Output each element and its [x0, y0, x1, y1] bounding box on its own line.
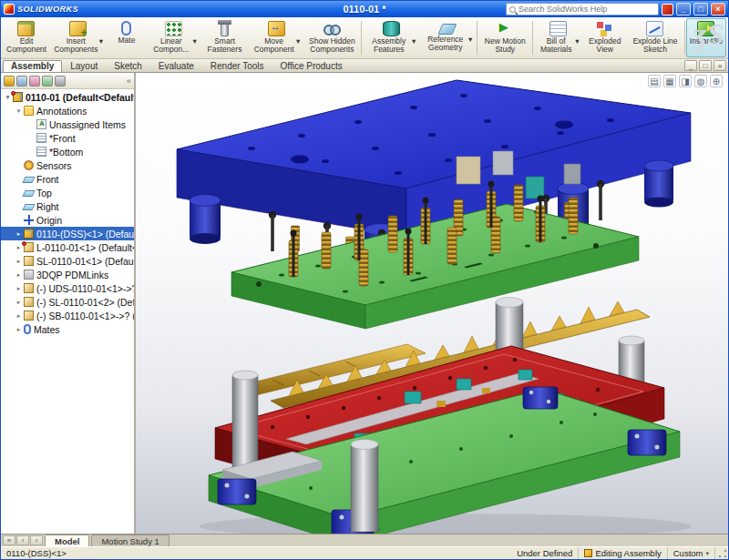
tab-assembly[interactable]: Assembly: [3, 60, 62, 72]
feature-tree: ▾ 0110-01 (Default<Default_Di ▾ Annotati…: [1, 89, 134, 534]
annotations-folder-icon: [24, 106, 34, 116]
part-icon: [24, 297, 34, 307]
part-icon: [24, 311, 34, 321]
bill-of-materials-button[interactable]: Bill of Materials▾: [534, 18, 582, 57]
document-restore-button[interactable]: □: [699, 60, 712, 71]
document-close-button[interactable]: ×: [714, 60, 726, 71]
feature-manager-panel: « ▾ 0110-01 (Default<Default_Di ▾ Annota…: [1, 73, 136, 534]
tab-scroll-left-button[interactable]: ‹: [16, 535, 29, 545]
edit-component-button[interactable]: Edit Component: [3, 18, 50, 57]
tree-item-front-plane[interactable]: Front: [1, 172, 134, 186]
tab-scroll-first-button[interactable]: «: [3, 535, 15, 545]
explode-line-sketch-icon: [646, 21, 663, 36]
exploded-view-button[interactable]: Exploded View: [583, 18, 627, 57]
view-settings-icon[interactable]: ▦: [663, 75, 676, 87]
solidworks-logo-icon: [4, 4, 15, 15]
insert-components-button[interactable]: Insert Components▾: [50, 18, 107, 57]
tree-item-bottom-annotation[interactable]: *Bottom: [1, 145, 134, 158]
tree-item-mates[interactable]: ▸ Mates: [1, 322, 134, 336]
minimize-button[interactable]: _: [676, 3, 691, 15]
smart-fasteners-icon: [221, 21, 229, 36]
new-motion-study-button[interactable]: New Motion Study: [478, 18, 531, 57]
property-manager-tab-icon[interactable]: [16, 76, 27, 87]
tab-layout[interactable]: Layout: [62, 60, 106, 72]
show-hidden-components-button[interactable]: Show Hidden Components: [303, 18, 360, 57]
search-input[interactable]: [519, 5, 655, 14]
tab-motion-study-1[interactable]: Motion Study 1: [91, 535, 169, 546]
status-config-dropdown[interactable]: Custom ▾: [668, 547, 715, 559]
rebuild-mark-icon: [22, 241, 26, 246]
toolbar-separator: [477, 21, 477, 55]
explode-line-sketch-button[interactable]: Explode Line Sketch: [627, 18, 683, 57]
tree-item-0110-dss[interactable]: ▸ 0110-(DSS)<1> (Default<<De: [1, 227, 134, 240]
guide-post-left: [232, 371, 258, 475]
assembly-features-button[interactable]: Assembly Features▾: [363, 18, 419, 57]
linear-component-pattern-button[interactable]: Linear Compon...▾: [147, 18, 200, 57]
tree-item-sl-0110-01-1[interactable]: ▸ SL-0110-01<1> (Default<: [1, 254, 134, 268]
document-minimize-button[interactable]: _: [684, 60, 697, 71]
tree-item-unassigned-items[interactable]: Unassigned Items: [1, 117, 134, 131]
display-manager-tab-icon[interactable]: [55, 76, 66, 87]
tree-item-3dqp-pdmlinks[interactable]: ▸ 3DQP PDMLinks: [1, 268, 134, 281]
instant3d-button[interactable]: Instant3D: [686, 18, 726, 57]
annotation-note-icon: [36, 147, 46, 157]
tree-item-sb-0110-01[interactable]: ▸ (-) SB-0110-01<1>->? (Def: [1, 309, 134, 322]
view-orientation-icon[interactable]: ◍: [694, 75, 707, 87]
help-search-box[interactable]: [506, 3, 659, 15]
part-icon: [24, 283, 34, 293]
reference-geometry-icon: [438, 24, 457, 35]
feature-manager-tab-icon[interactable]: [4, 76, 15, 87]
graphics-viewport[interactable]: ▤ ▦ ◨ ◍ ⊕: [136, 73, 728, 534]
tree-item-origin[interactable]: Origin: [1, 213, 134, 227]
chevron-down-icon: ▾: [705, 550, 709, 557]
tree-item-uds-0110-01[interactable]: ▸ (-) UDS-0110-01<1>->? (Defa: [1, 281, 134, 295]
new-motion-study-icon: [497, 21, 514, 36]
plane-icon: [22, 204, 35, 210]
panel-collapse-icon[interactable]: «: [127, 76, 131, 86]
status-editing-mode: Editing Assembly: [579, 547, 667, 559]
model-tab-strip: « ‹ › Model Motion Study 1: [1, 534, 728, 546]
tab-sketch[interactable]: Sketch: [106, 60, 150, 72]
tree-item-sl-0110-01-2[interactable]: ▸ (-) SL-0110-01<2> (Default<: [1, 295, 134, 309]
tree-item-root[interactable]: ▾ 0110-01 (Default<Default_Di: [1, 90, 134, 104]
tree-item-top-plane[interactable]: Top: [1, 186, 134, 199]
status-definition: Under Defined: [511, 547, 579, 559]
tab-render-tools[interactable]: Render Tools: [202, 60, 272, 72]
solidworks-mini-logo-icon: [662, 4, 673, 15]
tab-model[interactable]: Model: [45, 535, 89, 546]
move-component-button[interactable]: Move Component▾: [249, 18, 303, 57]
tree-item-sensors[interactable]: Sensors: [1, 158, 134, 172]
maximize-button[interactable]: □: [693, 3, 708, 15]
dropdown-arrow-icon: ▾: [468, 36, 472, 44]
display-style-icon[interactable]: ▤: [648, 75, 661, 87]
tree-item-annotations[interactable]: ▾ Annotations: [1, 104, 134, 117]
toolbar-separator: [532, 21, 533, 55]
search-icon: [509, 6, 516, 13]
tree-item-right-plane[interactable]: Right: [1, 199, 134, 213]
configuration-manager-tab-icon[interactable]: [29, 76, 40, 87]
dropdown-arrow-icon: ▾: [99, 37, 103, 46]
command-manager-tabs: Assembly Layout Sketch Evaluate Render T…: [1, 59, 728, 73]
plane-icon: [22, 190, 35, 197]
title-bar: SOLIDWORKS 0110-01 * _ □ ×: [1, 1, 728, 17]
zoom-fit-icon[interactable]: ⊕: [710, 75, 723, 87]
linear-pattern-icon: [165, 21, 182, 36]
resize-grip[interactable]: [717, 548, 728, 559]
tab-scroll-right-button[interactable]: ›: [30, 535, 43, 545]
dimxpert-manager-tab-icon[interactable]: [42, 76, 53, 87]
smart-fasteners-button[interactable]: Smart Fasteners: [200, 18, 249, 57]
section-view-icon[interactable]: ◨: [679, 75, 692, 87]
solidworks-window: SOLIDWORKS 0110-01 * _ □ × Edit Componen…: [0, 0, 729, 560]
dropdown-arrow-icon: ▾: [193, 37, 197, 46]
part-icon: [24, 242, 34, 252]
tree-item-front-annotation[interactable]: *Front: [1, 131, 134, 145]
tab-office-products[interactable]: Office Products: [272, 60, 351, 72]
mate-button[interactable]: Mate: [107, 18, 147, 57]
dropdown-arrow-icon: ▾: [575, 37, 579, 46]
toolbar-separator: [361, 21, 362, 55]
close-button[interactable]: ×: [711, 3, 725, 15]
pdm-folder-icon: [24, 270, 34, 280]
reference-geometry-button[interactable]: Reference Geometry▾: [419, 18, 476, 57]
tab-evaluate[interactable]: Evaluate: [150, 60, 202, 72]
tree-item-l-0110-01[interactable]: ▸ L-0110-01<1> (Default<D: [1, 240, 134, 254]
